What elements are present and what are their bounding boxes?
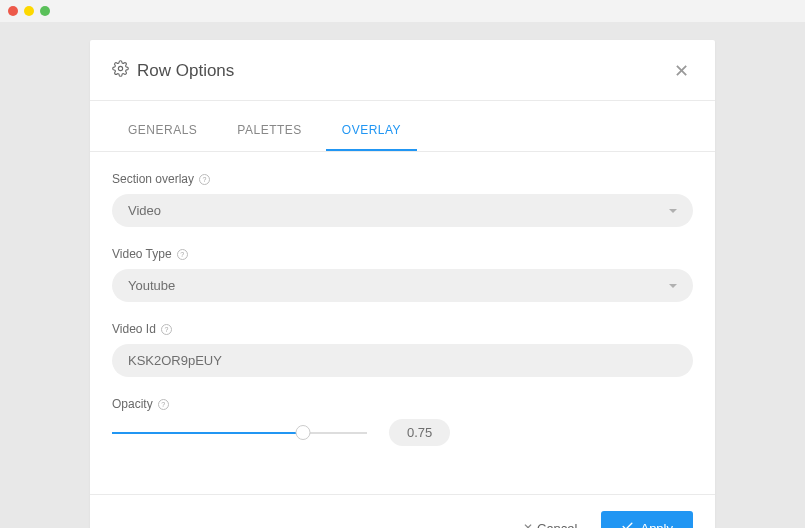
- cancel-button[interactable]: ✕ Cancel: [513, 513, 587, 529]
- modal-body: Section overlay ? Video Video Type ? You…: [90, 152, 715, 494]
- video-type-value: Youtube: [128, 278, 175, 293]
- gear-icon: [112, 60, 129, 82]
- slider-thumb[interactable]: [296, 425, 311, 440]
- window-titlebar: [0, 0, 805, 22]
- section-overlay-label: Section overlay ?: [112, 172, 693, 186]
- close-icon: ✕: [674, 61, 689, 81]
- field-video-id: Video Id ?: [112, 322, 693, 377]
- modal-title-text: Row Options: [137, 61, 234, 81]
- slider-fill: [112, 432, 303, 434]
- window-maximize-dot[interactable]: [40, 6, 50, 16]
- svg-point-0: [118, 66, 122, 70]
- opacity-value: 0.75: [389, 419, 450, 446]
- tabs: GENERALS PALETTES OVERLAY: [90, 109, 715, 152]
- video-id-label: Video Id ?: [112, 322, 693, 336]
- video-type-label: Video Type ?: [112, 247, 693, 261]
- modal-footer: ✕ Cancel Apply: [90, 494, 715, 528]
- chevron-down-icon: [669, 209, 677, 213]
- section-overlay-value: Video: [128, 203, 161, 218]
- video-id-label-text: Video Id: [112, 322, 156, 336]
- window-minimize-dot[interactable]: [24, 6, 34, 16]
- tab-palettes[interactable]: PALETTES: [221, 109, 317, 151]
- modal-title: Row Options: [112, 60, 234, 82]
- help-icon[interactable]: ?: [158, 399, 169, 410]
- field-opacity: Opacity ? 0.75: [112, 397, 693, 446]
- opacity-slider[interactable]: [112, 424, 367, 442]
- modal-header: Row Options ✕: [90, 40, 715, 101]
- video-id-input[interactable]: [112, 344, 693, 377]
- tab-generals[interactable]: GENERALS: [112, 109, 213, 151]
- check-icon: [621, 520, 634, 528]
- row-options-modal: Row Options ✕ GENERALS PALETTES OVERLAY …: [90, 40, 715, 528]
- tab-overlay[interactable]: OVERLAY: [326, 109, 417, 151]
- field-video-type: Video Type ? Youtube: [112, 247, 693, 302]
- close-button[interactable]: ✕: [670, 56, 693, 86]
- apply-button-label: Apply: [640, 521, 673, 529]
- close-icon: ✕: [523, 521, 533, 528]
- help-icon[interactable]: ?: [177, 249, 188, 260]
- video-type-label-text: Video Type: [112, 247, 172, 261]
- opacity-slider-row: 0.75: [112, 419, 693, 446]
- help-icon[interactable]: ?: [199, 174, 210, 185]
- apply-button[interactable]: Apply: [601, 511, 693, 528]
- cancel-button-label: Cancel: [537, 521, 577, 529]
- section-overlay-label-text: Section overlay: [112, 172, 194, 186]
- opacity-label-text: Opacity: [112, 397, 153, 411]
- help-icon[interactable]: ?: [161, 324, 172, 335]
- section-overlay-select[interactable]: Video: [112, 194, 693, 227]
- field-section-overlay: Section overlay ? Video: [112, 172, 693, 227]
- window-close-dot[interactable]: [8, 6, 18, 16]
- video-type-select[interactable]: Youtube: [112, 269, 693, 302]
- opacity-label: Opacity ?: [112, 397, 693, 411]
- chevron-down-icon: [669, 284, 677, 288]
